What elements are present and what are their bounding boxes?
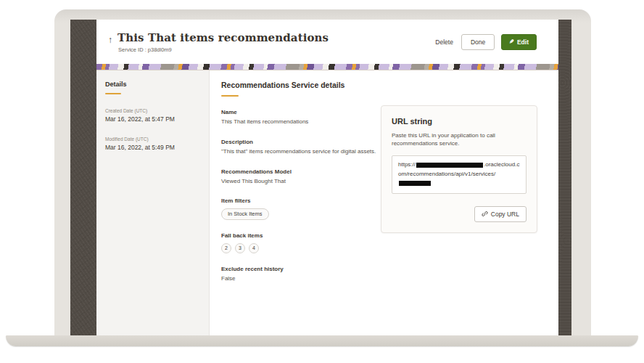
name-value: This That items recommendations [221, 118, 381, 126]
model-value: Viewed This Bought That [221, 178, 381, 186]
app-header: ↑ This That items recommendations Servic… [96, 20, 558, 64]
done-button[interactable]: Done [461, 34, 495, 50]
edit-button-label: Edit [517, 38, 529, 46]
url-card-description: Paste this URL in your application to ca… [392, 131, 527, 147]
item-filters-pills: In Stock Items [221, 208, 381, 220]
exclude-history-value: False [221, 275, 381, 283]
item-filters-field: Item filters In Stock Items [221, 197, 381, 220]
decorative-banner [96, 64, 558, 70]
url-card-footer: Copy URL [392, 206, 527, 222]
redacted-service-id [399, 181, 431, 186]
url-path: /recommendations/api/v1/services/ [406, 171, 495, 177]
model-field: Recommendations Model Viewed This Bought… [221, 168, 381, 186]
laptop-screen: ↑ This That items recommendations Servic… [70, 20, 571, 335]
delete-button[interactable]: Delete [434, 36, 455, 49]
description-value: "This that" items recommendations servic… [221, 148, 381, 156]
item-filters-label: Item filters [221, 197, 381, 204]
modified-date-field: Modified Date (UTC) Mar 16, 2022, at 5:4… [105, 136, 200, 151]
fallback-items-label: Fall back items [221, 232, 381, 239]
fallback-pill: 2 [221, 243, 231, 253]
created-date-value: Mar 16, 2022, at 5:47 PM [105, 115, 200, 123]
fallback-items-pills: 2 3 4 [221, 243, 381, 253]
sidebar-heading-underline [105, 93, 121, 94]
page-title: This That items recommendations [117, 31, 329, 44]
redacted-hostname [416, 163, 483, 168]
app-window: ↑ This That items recommendations Servic… [96, 20, 558, 335]
exclude-history-label: Exclude recent history [221, 266, 381, 272]
sidebar-heading: Details [105, 81, 200, 88]
created-date-label: Created Date (UTC) [105, 108, 200, 113]
copy-url-button[interactable]: Copy URL [474, 206, 527, 222]
section-heading: Recommendations Service details [221, 81, 558, 89]
title-text-group: This That items recommendations Service … [117, 31, 329, 53]
laptop-base [6, 335, 638, 346]
fallback-pill: 4 [249, 243, 259, 253]
service-id: Service ID : p38dl0m9 [117, 46, 329, 53]
edit-button[interactable]: ✎ Edit [501, 34, 537, 50]
url-card-title: URL string [392, 117, 527, 126]
url-protocol: https:// [398, 161, 416, 168]
details-sidebar: Details Created Date (UTC) Mar 16, 2022,… [96, 70, 210, 335]
header-actions: Delete Done ✎ Edit [434, 34, 537, 50]
modified-date-value: Mar 16, 2022, at 5:49 PM [105, 144, 200, 151]
name-label: Name [221, 109, 381, 115]
section-heading-underline [221, 95, 239, 97]
back-arrow-icon[interactable]: ↑ [108, 36, 112, 44]
url-string-card: URL string Paste this URL in your applic… [381, 105, 537, 233]
description-label: Description [221, 139, 381, 145]
fallback-pill: 3 [235, 243, 245, 253]
exclude-history-field: Exclude recent history False [221, 266, 381, 283]
created-date-field: Created Date (UTC) Mar 16, 2022, at 5:47… [105, 108, 200, 123]
filter-pill: In Stock Items [221, 208, 269, 220]
page-background: ↑ This That items recommendations Servic… [0, 0, 644, 363]
wallpaper-pattern-left [70, 20, 96, 335]
modified-date-label: Modified Date (UTC) [105, 136, 200, 142]
copy-url-label: Copy URL [491, 211, 519, 218]
description-field: Description "This that" items recommenda… [221, 139, 381, 156]
pencil-icon: ✎ [509, 39, 514, 45]
wallpaper-pattern-right [558, 20, 571, 335]
title-block: ↑ This That items recommendations Servic… [108, 31, 329, 53]
laptop-bezel: ↑ This That items recommendations Servic… [54, 9, 591, 335]
link-icon [482, 211, 488, 217]
model-label: Recommendations Model [221, 168, 381, 175]
name-field: Name This That items recommendations [221, 109, 381, 126]
main-content: Recommendations Service details Name Thi… [210, 70, 558, 335]
app-body: Details Created Date (UTC) Mar 16, 2022,… [96, 70, 558, 335]
fallback-items-field: Fall back items 2 3 4 [221, 232, 381, 253]
url-value-box[interactable]: https://.oraclecloud.com/recommendations… [392, 155, 527, 193]
